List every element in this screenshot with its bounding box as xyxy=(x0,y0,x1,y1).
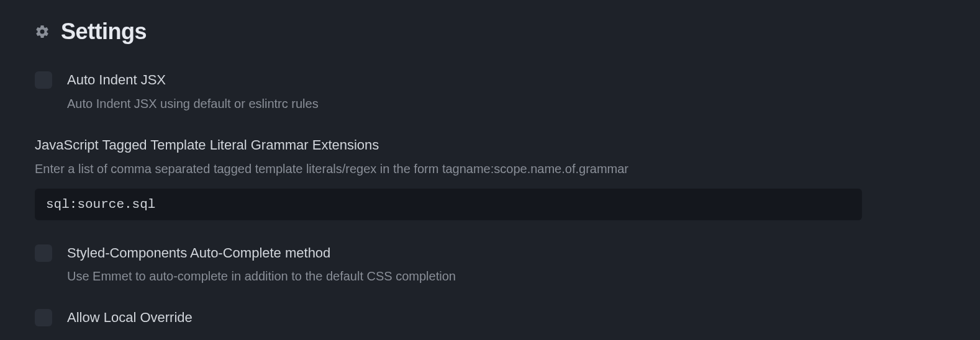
setting-auto-indent-jsx: Auto Indent JSX Auto Indent JSX using de… xyxy=(35,71,945,112)
styled-components-autocomplete-checkbox[interactable] xyxy=(35,244,52,262)
setting-styled-components-autocomplete: Styled-Components Auto-Complete method U… xyxy=(35,244,945,285)
allow-local-override-checkbox[interactable] xyxy=(35,309,52,326)
page-title: Settings xyxy=(61,19,147,45)
tagged-template-grammar-input[interactable] xyxy=(35,189,862,220)
auto-indent-jsx-label: Auto Indent JSX xyxy=(67,71,945,90)
allow-local-override-label: Allow Local Override xyxy=(67,308,945,328)
styled-components-autocomplete-label: Styled-Components Auto-Complete method xyxy=(67,244,945,263)
settings-header: Settings xyxy=(35,19,945,45)
tagged-template-grammar-label: JavaScript Tagged Template Literal Gramm… xyxy=(35,136,945,155)
setting-allow-local-override: Allow Local Override xyxy=(35,308,945,328)
tagged-template-grammar-description: Enter a list of comma separated tagged t… xyxy=(35,160,945,177)
gear-icon xyxy=(35,24,50,39)
auto-indent-jsx-checkbox[interactable] xyxy=(35,71,52,89)
auto-indent-jsx-description: Auto Indent JSX using default or eslintr… xyxy=(67,95,945,112)
styled-components-autocomplete-description: Use Emmet to auto-complete in addition t… xyxy=(67,267,945,285)
setting-tagged-template-grammar: JavaScript Tagged Template Literal Gramm… xyxy=(35,136,945,220)
